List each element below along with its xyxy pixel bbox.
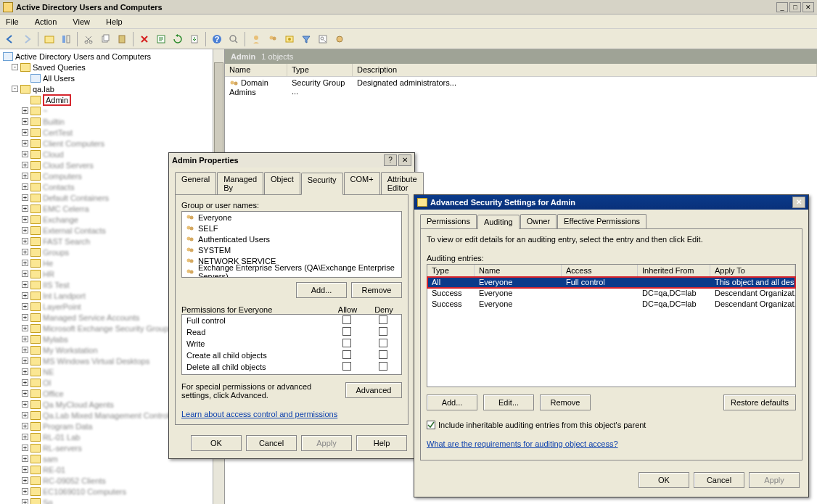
permissions-listbox[interactable]: Full controlReadWriteCreate all child ob… [181,314,402,375]
adv-restore-button[interactable]: Restore defaults [723,394,796,410]
permission-row[interactable]: Full control [182,315,401,326]
adv-add-button[interactable]: Add... [427,394,477,410]
expand-icon[interactable]: + [22,183,28,190]
deny-checkbox[interactable] [379,339,387,347]
group-item[interactable]: Exchange Enterprise Servers (QA\Exchange… [182,266,401,277]
properties-button[interactable] [154,32,168,46]
adv-col-name[interactable]: Name [475,265,562,276]
props-cancel-button[interactable]: Cancel [246,435,297,451]
adv-ok-button[interactable]: OK [639,472,689,488]
expand-icon[interactable]: + [22,129,28,136]
tree-item[interactable]: +Sq [1,497,223,504]
groups-add-button[interactable]: Add... [296,282,347,298]
deny-checkbox[interactable] [379,327,387,336]
tree-item[interactable]: +~ [1,105,223,116]
expand-icon[interactable]: + [22,194,28,201]
tree-item[interactable]: +CertTest [1,127,223,138]
allow-checkbox[interactable] [342,362,351,371]
expand-icon[interactable]: + [22,227,28,234]
expand-icon[interactable]: + [22,455,28,462]
expand-icon[interactable]: + [22,358,28,364]
close-button[interactable]: ✕ [802,2,814,12]
props-help-button2[interactable]: Help [356,435,407,451]
expand-icon[interactable]: + [22,445,28,451]
expand-icon[interactable]: + [22,499,28,504]
expand-icon[interactable]: + [22,423,28,429]
tree-item[interactable]: +RE-01 [1,464,223,475]
expand-icon[interactable]: + [22,205,28,212]
expand-icon[interactable]: + [22,412,28,418]
tab-attribute-editor[interactable]: Attribute Editor [381,172,424,194]
expand-icon[interactable]: + [22,368,28,375]
requirements-link[interactable]: What are the requirements for auditing o… [427,439,796,448]
expand-icon[interactable]: + [22,260,28,266]
expand-icon[interactable]: + [22,238,28,244]
menu-help[interactable]: Help [103,16,126,28]
copy-button[interactable] [98,32,112,46]
expand-icon[interactable]: + [22,216,28,223]
adv-col-type[interactable]: Type [427,265,475,276]
include-inheritable-checkbox[interactable] [427,421,435,429]
adv-apply-button[interactable]: Apply [749,472,800,488]
tree-item[interactable]: +Builtin [1,116,223,127]
expand-icon[interactable]: + [22,151,28,157]
cut-button[interactable] [81,32,96,46]
tab-object[interactable]: Object [264,172,300,194]
allow-checkbox[interactable] [342,339,351,347]
adv-col-inherited[interactable]: Inherited From [638,265,710,276]
filter-button[interactable] [299,32,313,46]
col-desc[interactable]: Description [353,64,817,76]
tab-security[interactable]: Security [301,173,343,195]
delete-button[interactable] [137,32,152,46]
props-ok-button[interactable]: OK [191,435,242,451]
allow-checkbox[interactable] [342,327,351,336]
expand-icon[interactable]: + [22,249,28,255]
menu-action[interactable]: Action [32,16,60,28]
adv-col-applyto[interactable]: Apply To [710,265,795,276]
refresh-button[interactable] [171,32,185,46]
group-item[interactable]: SELF [182,223,401,234]
tab-auditing[interactable]: Auditing [477,215,520,229]
expand-icon[interactable]: + [22,281,28,288]
groups-remove-button[interactable]: Remove [351,282,402,298]
tree-saved-queries[interactable]: -Saved Queries [1,62,223,73]
allow-checkbox[interactable] [342,350,351,359]
deny-checkbox[interactable] [379,350,387,359]
group-item[interactable]: SYSTEM [182,244,401,255]
adv-titlebar[interactable]: Advanced Security Settings for Admin ✕ [414,195,808,210]
col-type[interactable]: Type [287,64,353,76]
tree-root[interactable]: Active Directory Users and Computers [1,51,223,62]
new-group-button[interactable] [266,32,280,46]
list-row[interactable]: Domain Admins Security Group ... Designa… [225,77,817,98]
expand-icon[interactable]: + [22,270,28,277]
props-titlebar[interactable]: Admin Properties ? ✕ [169,153,414,168]
group-item[interactable]: Authenticated Users [182,234,401,244]
collapse-icon[interactable]: - [12,64,18,70]
tab-effective[interactable]: Effective Permissions [557,214,646,228]
tab-com[interactable]: COM+ [344,172,380,194]
permission-row[interactable]: Create all child objects [182,350,401,361]
tree-item[interactable]: +EC1069010 Computers [1,486,223,497]
groups-listbox[interactable]: EveryoneSELFAuthenticated UsersSYSTEMNET… [181,211,402,278]
expand-icon[interactable]: + [22,303,28,310]
tree-admin-ou[interactable]: Admin [1,94,223,105]
adv-remove-button[interactable]: Remove [540,394,591,410]
back-button[interactable] [3,32,17,46]
export-button[interactable] [187,32,202,46]
learn-link[interactable]: Learn about access control and permissio… [181,410,402,418]
props-apply-button[interactable]: Apply [301,435,352,451]
expand-icon[interactable]: + [22,162,28,168]
auditing-entry-row[interactable]: SuccessEveryoneDC=qa,DC=labDescendant Or… [427,288,795,299]
expand-icon[interactable]: + [22,292,28,299]
adv-col-access[interactable]: Access [562,265,638,276]
tree-all-users[interactable]: All Users [1,73,223,83]
query-button[interactable] [316,32,330,46]
expand-icon[interactable]: + [22,434,28,440]
tab-owner[interactable]: Owner [520,214,557,228]
props-help-button[interactable]: ? [384,154,397,166]
allow-checkbox[interactable] [342,315,351,324]
tree-item[interactable]: +RC-09052 Clients [1,475,223,486]
expand-icon[interactable]: + [22,118,28,125]
show-hide-button[interactable] [59,32,73,46]
minimize-button[interactable]: _ [776,2,788,12]
